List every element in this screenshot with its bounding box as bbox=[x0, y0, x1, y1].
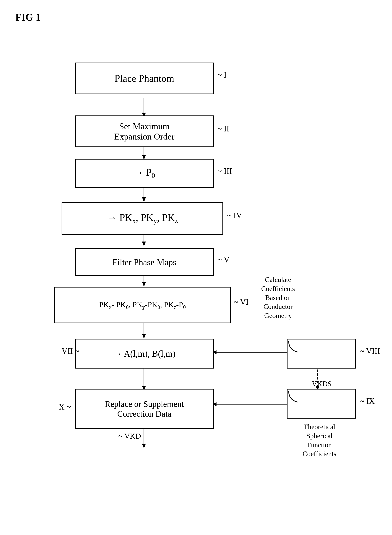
step-VII-box: → A(l,m), B(l,m) bbox=[75, 339, 214, 368]
svg-marker-7 bbox=[142, 242, 146, 246]
bracket-IX bbox=[287, 389, 302, 404]
svg-marker-9 bbox=[142, 282, 146, 287]
step-I-box: Place Phantom bbox=[75, 63, 214, 94]
step-III-label: ~ III bbox=[217, 167, 232, 176]
vkds-label: VKDS bbox=[312, 379, 331, 389]
bracket-VIII bbox=[287, 339, 302, 354]
step-III-text: → P0 bbox=[134, 167, 155, 180]
step-X-box: Replace or Supplement Correction Data bbox=[75, 389, 214, 429]
svg-marker-21 bbox=[142, 444, 146, 448]
figure-title: FIG 1 bbox=[15, 12, 41, 23]
step-II-label: ~ II bbox=[217, 124, 229, 133]
step-X-text: Replace or Supplement Correction Data bbox=[105, 399, 184, 419]
vkd-label: ~ VKD bbox=[118, 431, 141, 441]
step-VI-label: ~ VI bbox=[234, 297, 249, 307]
step-VI-box: PKx- PK0, PKy-PK0, PKz-P0 bbox=[54, 287, 231, 323]
step-IV-text: → PKx, PKy, PKz bbox=[107, 212, 178, 225]
step-II-box: Set Maximum Expansion Order bbox=[75, 116, 214, 147]
step-IX-label: ~ IX bbox=[360, 396, 375, 406]
step-V-label: ~ V bbox=[217, 255, 230, 264]
step-X-label: X ~ bbox=[59, 402, 71, 411]
step-VI-text: PKx- PK0, PKy-PK0, PKz-P0 bbox=[99, 300, 186, 310]
step-II-text: Set Maximum Expansion Order bbox=[114, 121, 175, 142]
step-V-text: Filter Phase Maps bbox=[112, 257, 176, 267]
step-VII-text: → A(l,m), B(l,m) bbox=[113, 349, 175, 359]
step-III-box: → P0 bbox=[75, 159, 214, 188]
step-IV-box: → PKx, PKy, PKz bbox=[62, 202, 223, 235]
step-I-text: Place Phantom bbox=[115, 73, 174, 84]
step-VIII-label: ~ VIII bbox=[360, 346, 380, 356]
step-VII-label: VII ~ bbox=[62, 346, 79, 356]
calculate-label: CalculateCoefficientsBased onConductorGe… bbox=[248, 275, 308, 320]
step-I-label: ~ I bbox=[217, 70, 227, 79]
step-V-box: Filter Phase Maps bbox=[75, 248, 214, 276]
step-IV-label: ~ IV bbox=[227, 211, 242, 220]
svg-marker-5 bbox=[142, 197, 146, 202]
theoretical-label: TheoreticalSphericalFunctionCoefficients bbox=[281, 422, 358, 458]
svg-marker-11 bbox=[142, 334, 146, 339]
